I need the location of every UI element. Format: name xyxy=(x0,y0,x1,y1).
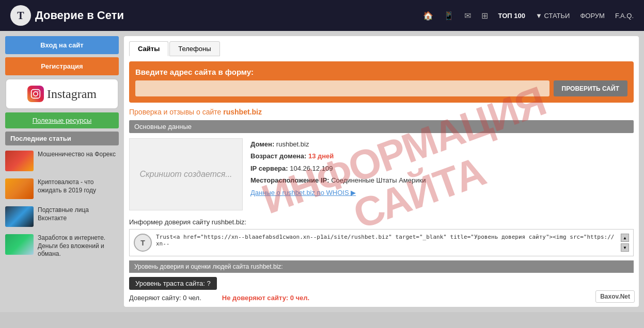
site-review-title: Проверка и отзывы о сайте rushbet.biz xyxy=(129,108,634,116)
main-container: Вход на сайт Регистрация Instagram Полез… xyxy=(0,31,644,312)
tabs: Сайты Телефоны xyxy=(129,41,634,56)
trust-no-value: 0 чел. xyxy=(290,294,310,302)
article-thumb-forex xyxy=(5,151,34,171)
location-value: Соединенные Штаты Америки xyxy=(331,176,426,184)
nav-forum[interactable]: ФОРУМ xyxy=(580,12,604,20)
resources-button[interactable]: Полезные ресурсы xyxy=(5,112,119,128)
trust-badge: Уровень траста сайта: ? xyxy=(129,277,217,290)
logo-icon: Т xyxy=(10,5,31,26)
recent-articles-header: Последние статьи xyxy=(5,132,119,145)
article-link-earn[interactable]: Заработок в интернете. Деньги без вложен… xyxy=(38,234,119,258)
domain-value: rushbet.biz xyxy=(276,140,309,148)
article-thumb-earn xyxy=(5,234,34,255)
article-link-vk[interactable]: Подставные лица Вконтакте xyxy=(38,206,119,222)
search-button[interactable]: ПРОВЕРИТЬ САЙТ xyxy=(554,80,627,96)
article-link-forex[interactable]: Мошенничество на Форекс xyxy=(38,151,116,159)
site-name: rushbet.biz xyxy=(223,108,262,116)
ip-value: 104.26.12.109 xyxy=(290,165,333,172)
sidebar: Вход на сайт Регистрация Instagram Полез… xyxy=(5,36,119,307)
tab-phones[interactable]: Телефоны xyxy=(169,41,219,56)
list-item: Заработок в интернете. Деньги без вложен… xyxy=(5,232,119,260)
baxov-badge: Baxov.Net xyxy=(595,290,635,303)
tab-sites[interactable]: Сайты xyxy=(129,41,168,56)
svg-point-2 xyxy=(38,91,39,92)
home-icon[interactable]: 🏠 xyxy=(423,11,433,21)
informer-box: T Trust<a href="https://xn--blaaefabsd1c… xyxy=(129,229,634,256)
instagram-banner[interactable]: Instagram xyxy=(5,78,119,109)
informer-scroll: ▲ ▼ xyxy=(621,234,629,252)
svg-rect-0 xyxy=(32,90,40,99)
trust-no: Не доверяют сайту: 0 чел. xyxy=(222,294,309,302)
search-row: ПРОВЕРИТЬ САЙТ xyxy=(135,80,627,96)
nav-faq[interactable]: F.A.Q. xyxy=(615,12,634,20)
phone-icon[interactable]: 📱 xyxy=(444,11,454,21)
register-button[interactable]: Регистрация xyxy=(5,57,119,75)
content-area: ИНФОРМАЦИЯ САЙТА Сайты Телефоны Введите … xyxy=(124,36,639,307)
screenshot-placeholder: Скриншот создается... xyxy=(129,138,243,210)
informer-code[interactable]: Trust<a href="https://xn--blaaefabsd1cwa… xyxy=(156,234,617,247)
header: Т Доверие в Сети 🏠 📱 ✉ ⊞ ТОП 100 ▼ СТАТЬ… xyxy=(0,0,644,31)
informer-label: Информер доверия сайту rushbet.biz: xyxy=(129,218,634,226)
article-link-crypto[interactable]: Криптовалюта - что ожидать в 2019 году xyxy=(38,178,119,194)
header-nav: 🏠 📱 ✉ ⊞ ТОП 100 ▼ СТАТЬИ ФОРУМ F.A.Q. xyxy=(423,11,634,21)
scroll-up-button[interactable]: ▲ xyxy=(621,234,629,242)
instagram-label: Instagram xyxy=(47,87,97,101)
info-layout: Скриншот создается... Домен: rushbet.biz… xyxy=(129,138,634,210)
informer-section: Информер доверия сайту rushbet.biz: T Tr… xyxy=(129,218,634,256)
list-item: Мошенничество на Форекс xyxy=(5,149,119,173)
site-title: Доверие в Сети xyxy=(35,9,124,22)
list-item: Криптовалюта - что ожидать в 2019 году xyxy=(5,176,119,201)
site-details: Домен: rushbet.biz Возраст домена: 13 дн… xyxy=(250,138,426,210)
logo: Т Доверие в Сети xyxy=(10,5,124,26)
nav-articles[interactable]: ▼ СТАТЬИ xyxy=(536,12,570,20)
list-item: Подставные лица Вконтакте xyxy=(5,204,119,229)
grid-icon[interactable]: ⊞ xyxy=(481,11,488,21)
nav-top100[interactable]: ТОП 100 xyxy=(498,12,525,20)
section-header: Основные данные xyxy=(129,120,634,133)
login-button[interactable]: Вход на сайт xyxy=(5,36,119,54)
trust-level-section: Уровень доверия и оценки людей сайта rus… xyxy=(129,260,634,302)
trust-level-header: Уровень доверия и оценки людей сайта rus… xyxy=(129,260,634,273)
whois-link[interactable]: Данные о rushbet.biz по WHOIS ▶ xyxy=(250,189,356,196)
trust-yes-value: 0 чел. xyxy=(183,294,201,302)
svg-point-1 xyxy=(34,92,38,96)
age-value: 13 дней xyxy=(308,152,334,160)
trust-icon: T xyxy=(134,234,152,252)
article-thumb-vk xyxy=(5,206,34,227)
scroll-down-button[interactable]: ▼ xyxy=(621,243,629,252)
mail-icon[interactable]: ✉ xyxy=(464,11,471,21)
instagram-icon xyxy=(27,86,44,102)
article-thumb-crypto xyxy=(5,178,34,199)
search-section: Введите адрес сайта в форму: ПРОВЕРИТЬ С… xyxy=(129,61,634,103)
search-input[interactable] xyxy=(135,80,549,96)
search-label: Введите адрес сайта в форму: xyxy=(135,68,627,76)
trust-yes: Доверяют сайту: 0 чел. xyxy=(129,294,201,302)
trust-stats: Доверяют сайту: 0 чел. Не доверяют сайту… xyxy=(129,294,634,302)
